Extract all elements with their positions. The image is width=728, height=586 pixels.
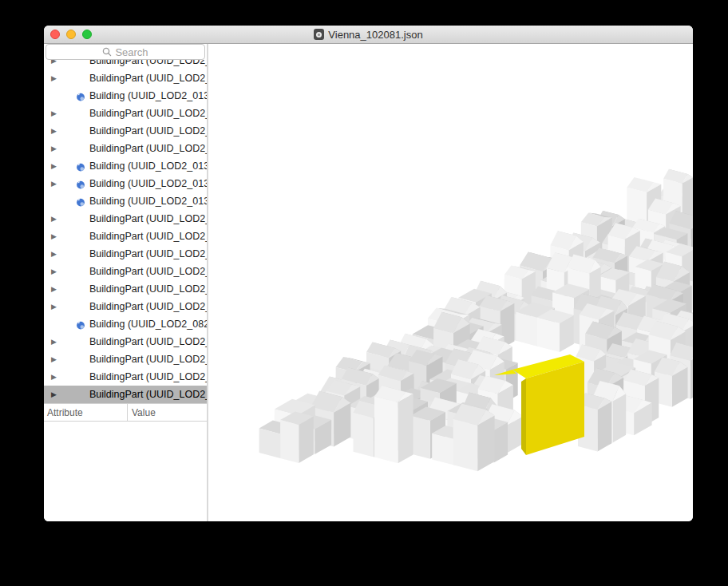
title-group: Vienna_102081.json <box>314 29 422 41</box>
disclosure-triangle-icon[interactable]: ▶ <box>51 216 61 223</box>
disclosure-triangle-icon[interactable]: ▶ <box>51 75 61 82</box>
tree-row[interactable]: ▶Building (UUID_LOD2_082 <box>44 315 207 333</box>
tree-row[interactable]: ▶BuildingPart (UUID_LOD2_ <box>44 105 207 122</box>
tree-row-label: BuildingPart (UUID_LOD2_ <box>89 213 207 224</box>
tree-row-label: BuildingPart (UUID_LOD2_ <box>89 354 207 365</box>
tree-row[interactable]: ▶BuildingPart (UUID_LOD2_ <box>44 350 207 368</box>
tree-row[interactable]: ▶Building (UUID_LOD2_013 <box>44 157 207 175</box>
tree-row[interactable]: ▶BuildingPart (UUID_LOD2_ <box>44 368 207 386</box>
tree-row-label: BuildingPart (UUID_LOD2_ <box>89 301 207 312</box>
city-viewport[interactable] <box>208 44 693 521</box>
building-icon <box>76 319 86 329</box>
tree-row-label: BuildingPart (UUID_LOD2_ <box>89 73 207 84</box>
disclosure-triangle-icon[interactable]: ▶ <box>51 145 61 152</box>
sidebar: Search ▶BuildingPart (UUID_LOD2_▶Buildin… <box>44 44 207 521</box>
tree-row[interactable]: ▶BuildingPart (UUID_LOD2_ <box>44 69 207 87</box>
tree-row[interactable]: ▶BuildingPart (UUID_LOD2_ <box>44 298 207 315</box>
disclosure-triangle-icon[interactable]: ▶ <box>51 374 61 381</box>
tree-row-label: Building (UUID_LOD2_013 <box>89 160 207 172</box>
tree-row-label: BuildingPart (UUID_LOD2_ <box>89 125 207 137</box>
tree-row[interactable]: ▶Building (UUID_LOD2_013 <box>44 192 207 210</box>
tree-row-label: BuildingPart (UUID_LOD2_ <box>89 60 207 66</box>
attribute-column-header[interactable]: Attribute <box>44 404 128 421</box>
tree-row-label: Building (UUID_LOD2_082 <box>89 319 207 330</box>
tree-row-label: BuildingPart (UUID_LOD2_ <box>89 283 207 295</box>
tree-row-label: Building (UUID_LOD2_013 <box>89 90 207 101</box>
tree-row-label: Building (UUID_LOD2_013 <box>89 178 207 189</box>
zoom-button[interactable] <box>82 30 92 39</box>
search-placeholder: Search <box>115 47 148 57</box>
attribute-table-header: Attribute Value <box>44 403 207 422</box>
disclosure-triangle-icon[interactable]: ▶ <box>51 251 61 258</box>
tree-row-label: BuildingPart (UUID_LOD2_ <box>89 389 207 400</box>
disclosure-triangle-icon[interactable]: ▶ <box>51 303 61 311</box>
tree-row[interactable]: ▶BuildingPart (UUID_LOD2_ <box>44 263 207 280</box>
disclosure-triangle-icon[interactable]: ▶ <box>51 163 61 170</box>
object-tree[interactable]: ▶BuildingPart (UUID_LOD2_▶BuildingPart (… <box>44 60 207 403</box>
title-bar[interactable]: Vienna_102081.json <box>44 26 693 44</box>
tree-row[interactable]: ▶BuildingPart (UUID_LOD2_ <box>44 228 207 245</box>
search-bar: Search <box>44 44 207 60</box>
window-title: Vienna_102081.json <box>328 29 422 41</box>
tree-row[interactable]: ▶BuildingPart (UUID_LOD2_ <box>44 245 207 263</box>
document-proxy-icon[interactable] <box>314 29 324 40</box>
disclosure-triangle-icon[interactable]: ▶ <box>51 356 61 363</box>
tree-row-label: BuildingPart (UUID_LOD2_ <box>89 143 207 154</box>
tree-row[interactable]: ▶Building (UUID_LOD2_013 <box>44 175 207 192</box>
search-icon <box>102 47 112 57</box>
building-icon <box>76 196 86 206</box>
value-column-header[interactable]: Value <box>128 404 207 421</box>
disclosure-triangle-icon[interactable]: ▶ <box>51 60 61 65</box>
disclosure-triangle-icon[interactable]: ▶ <box>51 110 61 117</box>
tree-row[interactable]: ▶BuildingPart (UUID_LOD2_ <box>44 140 207 157</box>
app-window: Vienna_102081.json Search <box>44 26 693 521</box>
disclosure-triangle-icon[interactable]: ▶ <box>51 180 61 188</box>
tree-row[interactable]: ▶BuildingPart (UUID_LOD2_ <box>44 333 207 350</box>
building-tree: ▶BuildingPart (UUID_LOD2_▶BuildingPart (… <box>44 60 207 403</box>
tree-row[interactable]: ▶BuildingPart (UUID_LOD2_ <box>44 386 207 403</box>
tree-row[interactable]: ▶Building (UUID_LOD2_013 <box>44 87 207 105</box>
city-model[interactable] <box>208 44 693 521</box>
tree-row-label: BuildingPart (UUID_LOD2_ <box>89 266 207 277</box>
attribute-table-body <box>44 421 207 521</box>
disclosure-triangle-icon[interactable]: ▶ <box>51 128 61 135</box>
building-icon <box>76 161 86 171</box>
building-icon <box>76 179 86 188</box>
screenshot-stage: Vienna_102081.json Search <box>0 0 728 586</box>
tree-row-label: BuildingPart (UUID_LOD2_ <box>89 371 207 382</box>
tree-row[interactable]: ▶BuildingPart (UUID_LOD2_ <box>44 280 207 298</box>
tree-row-label: BuildingPart (UUID_LOD2_ <box>89 336 207 347</box>
tree-row-label: BuildingPart (UUID_LOD2_ <box>89 231 207 242</box>
tree-row[interactable]: ▶BuildingPart (UUID_LOD2_ <box>44 60 207 69</box>
disclosure-triangle-icon[interactable]: ▶ <box>51 286 61 293</box>
building-icon <box>76 91 86 101</box>
tree-row[interactable]: ▶BuildingPart (UUID_LOD2_ <box>44 210 207 228</box>
minimize-button[interactable] <box>66 30 76 39</box>
tree-row[interactable]: ▶BuildingPart (UUID_LOD2_ <box>44 122 207 140</box>
disclosure-triangle-icon[interactable]: ▶ <box>51 339 61 346</box>
search-input[interactable]: Search <box>46 44 205 60</box>
tree-row-label: Building (UUID_LOD2_013 <box>89 196 207 207</box>
close-button[interactable] <box>50 30 60 39</box>
window-content: Search ▶BuildingPart (UUID_LOD2_▶Buildin… <box>44 44 693 521</box>
tree-row-label: BuildingPart (UUID_LOD2_ <box>89 248 207 259</box>
traffic-lights <box>50 26 92 43</box>
disclosure-triangle-icon[interactable]: ▶ <box>51 391 61 398</box>
disclosure-triangle-icon[interactable]: ▶ <box>51 233 61 240</box>
tree-row-label: BuildingPart (UUID_LOD2_ <box>89 108 207 119</box>
disclosure-triangle-icon[interactable]: ▶ <box>51 268 61 275</box>
